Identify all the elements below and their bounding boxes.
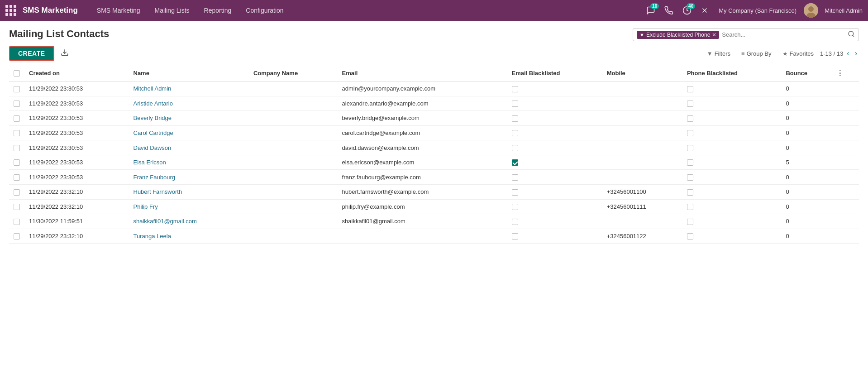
filter-tag[interactable]: ▼ Exclude Blacklisted Phone ✕ bbox=[637, 31, 719, 39]
col-mobile[interactable]: Mobile bbox=[602, 65, 682, 81]
email-blacklisted-checkbox[interactable] bbox=[512, 174, 518, 181]
cell-phone-blacklisted[interactable] bbox=[682, 96, 781, 111]
search-input[interactable] bbox=[719, 31, 848, 38]
cell-phone-blacklisted[interactable] bbox=[682, 199, 781, 214]
row-checkbox[interactable] bbox=[14, 145, 20, 151]
cell-name[interactable]: Aristide Antario bbox=[129, 96, 249, 111]
row-checkbox[interactable] bbox=[14, 233, 20, 240]
email-blacklisted-checkbox[interactable] bbox=[512, 204, 518, 210]
cell-phone-blacklisted[interactable] bbox=[682, 111, 781, 126]
phone-blacklisted-checkbox[interactable] bbox=[687, 130, 693, 136]
email-blacklisted-checkbox[interactable] bbox=[512, 159, 518, 166]
col-company-name[interactable]: Company Name bbox=[249, 65, 338, 81]
nav-sms-marketing[interactable]: SMS Marketing bbox=[91, 4, 147, 17]
phone-blacklisted-checkbox[interactable] bbox=[687, 233, 693, 240]
phone-blacklisted-checkbox[interactable] bbox=[687, 101, 693, 107]
phone-blacklisted-checkbox[interactable] bbox=[687, 145, 693, 151]
col-bounce[interactable]: Bounce bbox=[781, 65, 832, 81]
cell-phone-blacklisted[interactable] bbox=[682, 81, 781, 96]
row-checkbox[interactable] bbox=[14, 174, 20, 181]
email-blacklisted-checkbox[interactable] bbox=[512, 189, 518, 196]
cell-phone-blacklisted[interactable] bbox=[682, 155, 781, 170]
row-checkbox[interactable] bbox=[14, 159, 20, 166]
col-more[interactable]: ⋮ bbox=[832, 65, 859, 81]
cell-email-blacklisted[interactable] bbox=[507, 170, 602, 185]
avatar[interactable] bbox=[804, 3, 818, 18]
prev-page-button[interactable]: ‹ bbox=[845, 48, 851, 58]
cell-name[interactable]: Philip Fry bbox=[129, 199, 249, 214]
cell-name[interactable]: Beverly Bridge bbox=[129, 111, 249, 126]
email-blacklisted-checkbox[interactable] bbox=[512, 145, 518, 151]
email-blacklisted-checkbox[interactable] bbox=[512, 86, 518, 92]
cell-name[interactable]: Franz Faubourg bbox=[129, 170, 249, 185]
phone-button[interactable] bbox=[662, 4, 676, 17]
row-checkbox[interactable] bbox=[14, 115, 20, 122]
close-button[interactable] bbox=[698, 5, 711, 16]
phone-blacklisted-checkbox[interactable] bbox=[687, 115, 693, 122]
chat-button[interactable]: 10 bbox=[644, 4, 658, 17]
row-checkbox[interactable] bbox=[14, 86, 20, 92]
cell-email-blacklisted[interactable] bbox=[507, 184, 602, 199]
row-checkbox[interactable] bbox=[14, 101, 20, 107]
row-checkbox[interactable] bbox=[14, 219, 20, 225]
row-checkbox[interactable] bbox=[14, 204, 20, 210]
header-checkbox[interactable] bbox=[14, 70, 20, 77]
col-email-blacklisted[interactable]: Email Blacklisted bbox=[507, 65, 602, 81]
cell-name[interactable]: Mitchell Admin bbox=[129, 81, 249, 96]
app-grid-icon[interactable] bbox=[5, 5, 16, 16]
cell-name[interactable]: Hubert Farnsworth bbox=[129, 184, 249, 199]
email-blacklisted-checkbox[interactable] bbox=[512, 115, 518, 122]
col-phone-blacklisted[interactable]: Phone Blacklisted bbox=[682, 65, 781, 81]
cell-phone-blacklisted[interactable] bbox=[682, 214, 781, 229]
download-button[interactable] bbox=[59, 47, 71, 61]
cell-name[interactable]: Elsa Ericson bbox=[129, 155, 249, 170]
nav-reporting[interactable]: Reporting bbox=[198, 4, 238, 17]
cell-email-blacklisted[interactable] bbox=[507, 199, 602, 214]
phone-blacklisted-checkbox[interactable] bbox=[687, 174, 693, 181]
table-row: 11/29/2022 23:30:53Carol Cartridgecarol.… bbox=[9, 125, 859, 140]
cell-name[interactable]: shaikkafil01@gmail.com bbox=[129, 214, 249, 229]
cell-phone-blacklisted[interactable] bbox=[682, 229, 781, 244]
phone-blacklisted-checkbox[interactable] bbox=[687, 159, 693, 166]
cell-phone-blacklisted[interactable] bbox=[682, 170, 781, 185]
cell-email-blacklisted[interactable] bbox=[507, 81, 602, 96]
favorites-button[interactable]: ★ Favorites bbox=[778, 48, 818, 59]
nav-mailing-lists[interactable]: Mailing Lists bbox=[148, 4, 196, 17]
cell-phone-blacklisted[interactable] bbox=[682, 125, 781, 140]
row-checkbox[interactable] bbox=[14, 130, 20, 136]
row-checkbox[interactable] bbox=[14, 189, 20, 196]
cell-email-blacklisted[interactable] bbox=[507, 229, 602, 244]
cell-phone-blacklisted[interactable] bbox=[682, 140, 781, 155]
cell-email-blacklisted[interactable] bbox=[507, 125, 602, 140]
email-blacklisted-checkbox[interactable] bbox=[512, 130, 518, 136]
select-all-checkbox[interactable] bbox=[9, 65, 24, 81]
col-created-on[interactable]: Created on bbox=[24, 65, 129, 81]
email-blacklisted-checkbox[interactable] bbox=[512, 233, 518, 240]
phone-blacklisted-checkbox[interactable] bbox=[687, 219, 693, 225]
col-email[interactable]: Email bbox=[338, 65, 507, 81]
cell-phone-blacklisted[interactable] bbox=[682, 184, 781, 199]
cell-email-blacklisted[interactable] bbox=[507, 96, 602, 111]
create-button[interactable]: CREATE bbox=[9, 46, 54, 61]
email-blacklisted-checkbox[interactable] bbox=[512, 219, 518, 225]
clock-button[interactable]: 40 bbox=[680, 4, 694, 17]
group-by-button[interactable]: ≡ Group By bbox=[737, 48, 776, 59]
cell-name[interactable]: Carol Cartridge bbox=[129, 125, 249, 140]
cell-email-blacklisted[interactable] bbox=[507, 111, 602, 126]
phone-blacklisted-checkbox[interactable] bbox=[687, 204, 693, 210]
cell-email-blacklisted[interactable] bbox=[507, 155, 602, 170]
cell-name[interactable]: Turanga Leela bbox=[129, 229, 249, 244]
email-blacklisted-checkbox[interactable] bbox=[512, 101, 518, 107]
filter-tag-close[interactable]: ✕ bbox=[712, 32, 716, 38]
cell-email-blacklisted[interactable] bbox=[507, 140, 602, 155]
col-name[interactable]: Name bbox=[129, 65, 249, 81]
filters-button[interactable]: ▼ Filters bbox=[702, 48, 735, 59]
search-icon[interactable] bbox=[848, 30, 855, 39]
phone-blacklisted-checkbox[interactable] bbox=[687, 189, 693, 196]
nav-configuration[interactable]: Configuration bbox=[239, 4, 290, 17]
cell-email-blacklisted[interactable] bbox=[507, 214, 602, 229]
column-settings-icon[interactable]: ⋮ bbox=[836, 69, 844, 77]
next-page-button[interactable]: › bbox=[853, 48, 859, 58]
phone-blacklisted-checkbox[interactable] bbox=[687, 86, 693, 92]
cell-name[interactable]: David Dawson bbox=[129, 140, 249, 155]
